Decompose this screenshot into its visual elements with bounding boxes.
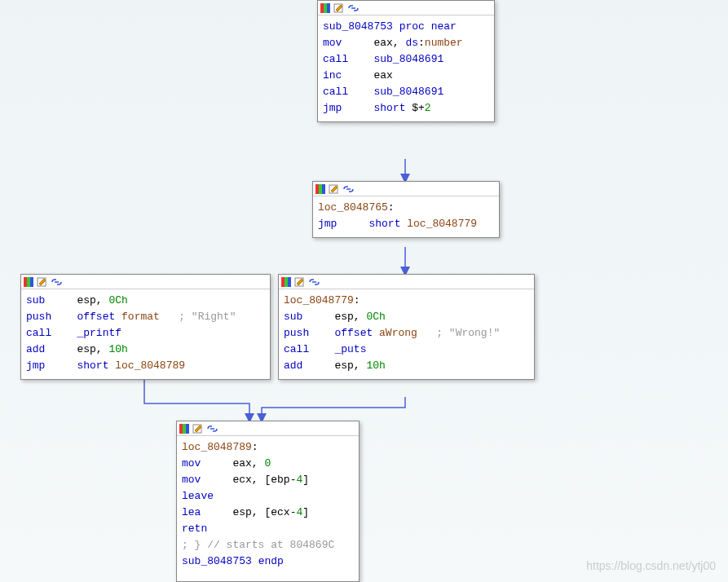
graph-node-loc-8048779[interactable]: loc_8048779:sub esp, 0Chpush offset aWro… [278,274,535,380]
svg-rect-16 [179,424,183,434]
edit-icon[interactable] [329,183,341,195]
svg-rect-10 [30,277,33,287]
node-body[interactable]: sub esp, 0Chpush offset format ; "Right"… [21,289,270,379]
node-header [318,1,494,15]
link-icon[interactable] [308,276,320,288]
edit-icon[interactable] [333,2,346,14]
color-icon[interactable] [315,183,327,195]
node-header [21,275,270,289]
svg-rect-14 [288,277,291,287]
svg-rect-0 [320,3,324,13]
graph-node-right[interactable]: sub esp, 0Chpush offset format ; "Right"… [20,274,271,380]
graph-node-loc-8048765[interactable]: loc_8048765:jmp short loc_8048779 [312,181,500,238]
node-body[interactable]: loc_8048789:mov eax, 0mov ecx, [ebp-4]le… [177,436,359,575]
svg-rect-2 [327,3,330,13]
watermark: https://blog.csdn.net/ytj00 [586,559,716,572]
color-icon[interactable] [23,276,35,288]
svg-rect-18 [186,424,189,434]
node-body[interactable]: loc_8048765:jmp short loc_8048779 [313,196,499,237]
svg-rect-4 [315,184,319,194]
color-icon[interactable] [320,2,332,14]
link-icon[interactable] [347,2,360,14]
color-icon[interactable] [280,276,293,288]
svg-rect-13 [285,277,288,287]
svg-rect-17 [183,424,186,434]
edit-icon[interactable] [192,423,205,434]
link-icon[interactable] [51,276,63,288]
svg-rect-5 [319,184,322,194]
node-header [313,182,499,196]
svg-rect-9 [27,277,30,287]
color-icon[interactable] [179,423,191,434]
node-body[interactable]: sub_8048753 proc nearmov eax, ds:numberc… [318,15,494,121]
edit-icon[interactable] [294,276,307,288]
svg-rect-6 [322,184,325,194]
svg-rect-1 [324,3,327,13]
node-header [177,421,359,436]
graph-node-loc-8048789[interactable]: loc_8048789:mov eax, 0mov ecx, [ebp-4]le… [176,421,360,582]
node-body[interactable]: loc_8048779:sub esp, 0Chpush offset aWro… [279,289,534,379]
svg-rect-12 [281,277,285,287]
link-icon[interactable] [342,183,355,195]
link-icon[interactable] [206,423,218,434]
node-header [279,275,534,289]
svg-rect-8 [24,277,27,287]
graph-node-sub-8048753[interactable]: sub_8048753 proc nearmov eax, ds:numberc… [317,0,495,122]
edit-icon[interactable] [37,276,49,288]
